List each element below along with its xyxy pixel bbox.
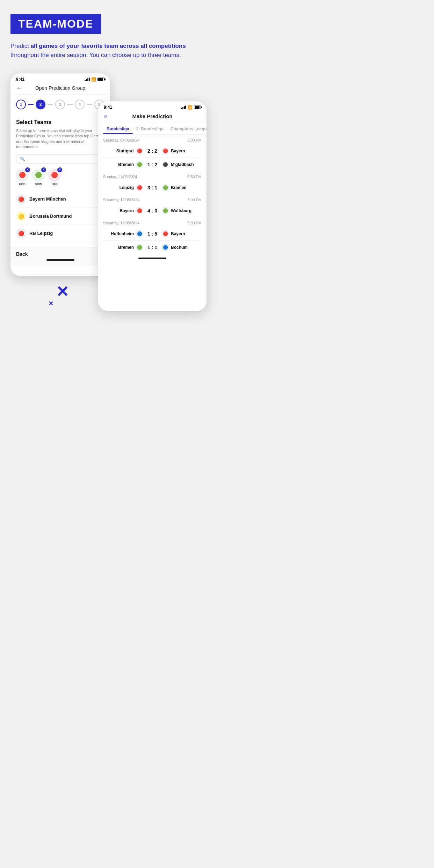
match-bremen-mgladbach[interactable]: Bremen 🟢 1 : 2 ⚫ M'gladbach [103,158,202,171]
remove-svw-button[interactable]: ✕ [41,167,46,172]
date-label-1: Saturday, 04/05/2024 [103,138,139,142]
score-stuttgart-bayern: 2 : 2 [145,148,159,154]
away-shirt-mgladbach: ⚫ [161,161,169,168]
search-box[interactable]: 🔍 [16,154,104,164]
deco-x-small: ✕ [48,300,53,308]
away-name-bremen2: Bremen [171,185,187,190]
list-item-bayern[interactable]: 🔴 Bayern München [16,191,104,208]
home-name-bayern2: Bayern [120,208,134,213]
match-home-hoffenheim: Hoffenheim 🔵 [103,230,143,238]
signal-bar-2-1 [181,108,182,109]
stepper-row: 1 2 3 4 5 6 [10,95,110,114]
step-line-4-5 [87,104,92,105]
nav-title-1: Open Prediction Group [35,85,85,91]
date-label-3: Saturday, 12/05/2024 [103,198,139,202]
match-away-bayern3: 🔴 Bayern [161,230,202,238]
time-1: 9:41 [16,77,24,82]
select-teams-desc: Select up to three teams that will play … [16,128,104,150]
match-date-3: Saturday, 12/05/2024 3:00 PM [103,194,202,204]
home-name-leipzig: Leipzig [120,185,134,190]
signal-bar-2 [86,79,87,81]
home-name-bremen: Bremen [118,162,134,167]
page-wrapper: TEAM-MODE Predict all games of your favo… [0,0,217,434]
content-area-1: Select Teams Select up to three teams th… [10,114,110,247]
battery-fill-1 [98,78,103,81]
away-shirt-wolfsburg: 🟢 [161,207,169,215]
match-bremen-bochum[interactable]: Bremen 🟢 1 : 1 🔵 Bochum [103,241,202,254]
team-fcb-label: FCB [19,182,26,186]
signal-bar-2-4 [185,106,186,109]
match-leipzig-bremen[interactable]: Leipzig 🔴 3 : 1 🟢 Bremen [103,181,202,194]
match-home-leipzig: Leipzig 🔴 [103,184,143,191]
score-bayern-wolfsburg: 4 : 0 [145,208,159,214]
match-away-wolfsburg: 🟢 Wolfsburg [161,207,202,215]
team-name-leipzig: RB Leipzig [29,231,53,236]
status-bar-1: 9:41 📶 [10,73,110,83]
tab-bundesliga[interactable]: Bundesliga [103,123,133,134]
home-shirt-bayern2: 🔴 [136,207,143,215]
select-teams-title: Select Teams [16,119,104,125]
home-shirt-leipzig: 🔴 [136,184,143,191]
step-4[interactable]: 4 [75,100,85,109]
back-button[interactable]: Back [16,251,28,257]
date-label-2: Sunday, 11/05/2024 [103,175,137,179]
tab-champions-league[interactable]: Champions League [167,123,207,134]
match-hoffenheim-bayern[interactable]: Hoffenheim 🔵 1 : 5 🔴 Bayern [103,227,202,240]
home-shirt-bremen: 🟢 [136,161,143,168]
signal-bar-1 [85,80,86,81]
team-avatar-fcb-emoji: 🔴 [19,172,26,178]
match-away-bayern: 🔴 Bayern [161,147,202,155]
match-away-bochum: 🔵 Bochum [161,244,202,251]
match-date-4: Saturday, 18/05/2024 5:30 PM [103,217,202,227]
status-bar-2: 9:41 📶 [98,101,207,111]
team-name-bayern: Bayern München [29,196,66,202]
list-item-leipzig[interactable]: 🔴 RB Leipzig [16,225,104,242]
hero-section: TEAM-MODE Predict all games of your favo… [10,14,207,59]
score-bremen-bochum: 1 : 1 [145,245,159,250]
team-list: 🔴 Bayern München 🟡 Borussia Dortmund 🔴 R… [16,191,104,242]
away-shirt-bayern3: 🔴 [161,230,169,238]
list-item-dortmund[interactable]: 🟡 Borussia Dortmund [16,208,104,225]
nav-title-2: Make Prediction [132,113,172,119]
home-indicator-1 [46,259,74,261]
home-shirt-stuttgart: 🔴 [136,147,143,155]
back-arrow-icon[interactable]: ← [16,85,22,92]
signal-bar-2-3 [184,106,185,109]
remove-h96-button[interactable]: ✕ [57,167,62,172]
signal-bar-2-2 [182,107,183,109]
step-line-3-4 [67,104,73,105]
hero-desc-plain: Predict [10,43,31,49]
menu-icon[interactable]: ≡ [104,113,107,120]
hero-desc-bold: all games of your favorite team across a… [31,43,186,49]
selected-teams-row: 🔴 ✕ FCB 🟢 ✕ SVW 🔴 [16,169,104,186]
away-name-bochum: Bochum [171,245,188,250]
team-svw-label: SVW [35,182,42,186]
match-bayern-wolfsburg[interactable]: Bayern 🔴 4 : 0 🟢 Wolfsburg [103,204,202,217]
step-2[interactable]: 2 [36,100,45,109]
phone-open-prediction-group: 9:41 📶 ← Open Prediction [10,73,110,276]
signal-bars-2 [181,106,186,109]
match-away-bremen2: 🟢 Bremen [161,184,202,191]
deco-x-large: ✕ [56,283,69,301]
remove-fcb-button[interactable]: ✕ [25,167,30,172]
step-3[interactable]: 3 [55,100,65,109]
team-icon-bayern: 🔴 [16,194,26,204]
match-home-bremen3: Bremen 🟢 [103,244,143,251]
wifi-icon-2: 📶 [188,105,193,110]
team-h96-label: H96 [52,182,58,186]
signal-bar-3 [87,78,88,81]
match-home-bayern2: Bayern 🔴 [103,207,143,215]
hero-desc-suffix: throughout the entire season. You can ch… [10,52,181,58]
time-label-3: 3:00 PM [187,198,202,202]
signal-bars-1 [85,78,90,81]
away-name-bayern: Bayern [171,149,185,153]
match-stuttgart-bayern[interactable]: Stuttgart 🔴 2 : 2 🔴 Bayern [103,144,202,158]
tab-2bundesliga[interactable]: 2. Bundesliga [133,123,167,134]
team-avatar-fcb: 🔴 ✕ [16,169,29,181]
team-icon-dortmund: 🟡 [16,211,26,221]
step-1[interactable]: 1 [16,100,26,109]
battery-fill-2 [195,106,200,109]
wifi-icon-1: 📶 [91,77,96,82]
selected-team-h96: 🔴 ✕ H96 [48,169,61,186]
search-icon: 🔍 [20,157,25,161]
